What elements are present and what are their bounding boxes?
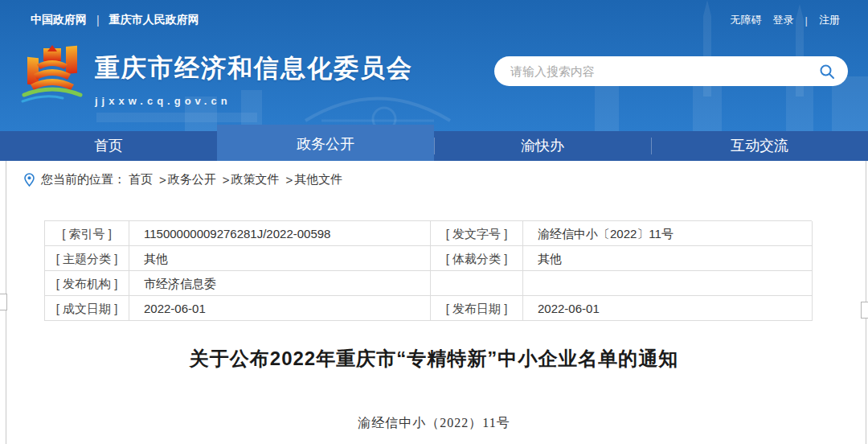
breadcrumb-separator: > [286, 173, 293, 187]
nav-tab-interaction[interactable]: 互动交流 [651, 131, 868, 161]
meta-label-doc-symbol: [ 发文字号 ] [431, 221, 523, 246]
page-content: 您当前的位置： 首页 > 政务公开 > 政策文件 > 其他文件 [ 索引号 ] … [0, 161, 868, 444]
meta-label-topic-category: [ 主题分类 ] [45, 246, 129, 271]
breadcrumb-prefix: 您当前的位置： [41, 172, 125, 187]
meta-value-genre-category: 其他 [523, 246, 813, 271]
brand-text: 重庆市经济和信息化委员会 jjxxw.cq.gov.cn [95, 45, 413, 107]
account-links: 无障碍 登录 | 注册 [731, 13, 840, 27]
meta-label-issuing-agency: [ 发布机构 ] [45, 271, 129, 296]
meta-value-publish-date: 2022-06-01 [523, 296, 813, 321]
site-brand[interactable]: 重庆市经济和信息化委员会 jjxxw.cq.gov.cn [21, 45, 413, 111]
document-meta-table: [ 索引号 ] 11500000009276281J/2022-00598 [ … [44, 220, 812, 321]
breadcrumb-separator: > [223, 173, 230, 187]
meta-label-index-number: [ 索引号 ] [45, 221, 129, 246]
search-icon[interactable] [819, 64, 835, 80]
nav-tab-yukuaiban[interactable]: 渝快办 [434, 131, 651, 161]
gov-links: 中国政府网 | 重庆市人民政府网 [31, 13, 199, 27]
search-input[interactable] [510, 64, 819, 78]
site-logo-icon [21, 45, 84, 111]
meta-value-doc-symbol: 渝经信中小〔2022〕11号 [523, 221, 813, 246]
left-edge-handle [0, 294, 7, 310]
breadcrumb-item-policy-files[interactable]: 政策文件 [231, 172, 280, 187]
nav-tab-home[interactable]: 首页 [0, 131, 217, 161]
breadcrumb-item-home[interactable]: 首页 [129, 172, 153, 187]
site-search [494, 56, 848, 86]
meta-label-publish-date: [ 发布日期 ] [431, 296, 523, 321]
accessibility-link[interactable]: 无障碍 [731, 13, 762, 27]
main-nav: 首页 政务公开 渝快办 互动交流 [0, 131, 868, 161]
breadcrumb-item-gov-disclosure[interactable]: 政务公开 [168, 172, 216, 187]
topbar-divider: | [805, 14, 808, 27]
top-link-bar: 中国政府网 | 重庆市人民政府网 无障碍 登录 | 注册 [31, 13, 840, 27]
article-title: 关于公布2022年重庆市“专精特新”中小企业名单的通知 [0, 346, 868, 372]
meta-value-issuing-agency: 市经济信息委 [129, 271, 431, 296]
right-edge-handle [861, 302, 868, 319]
login-link[interactable]: 登录 [773, 13, 794, 27]
site-title: 重庆市经济和信息化委员会 [95, 51, 413, 85]
meta-value-empty [523, 271, 813, 296]
topbar-divider: | [96, 14, 100, 27]
site-url: jjxxw.cq.gov.cn [95, 95, 413, 107]
breadcrumb-item-other-files[interactable]: 其他文件 [294, 172, 342, 187]
link-chongqing-gov[interactable]: 重庆市人民政府网 [109, 13, 199, 27]
article-doc-number: 渝经信中小（2022）11号 [0, 415, 868, 432]
meta-value-topic-category: 其他 [129, 246, 431, 271]
meta-label-empty [431, 271, 523, 296]
site-header: 中国政府网 | 重庆市人民政府网 无障碍 登录 | 注册 [0, 0, 868, 131]
breadcrumb-separator: > [159, 173, 166, 187]
nav-tab-gov-disclosure[interactable]: 政务公开 [217, 125, 434, 161]
meta-label-genre-category: [ 体裁分类 ] [431, 246, 523, 271]
breadcrumb: 您当前的位置： 首页 > 政务公开 > 政策文件 > 其他文件 [0, 161, 868, 187]
location-pin-icon [24, 173, 35, 187]
register-link[interactable]: 注册 [819, 13, 840, 27]
meta-value-written-date: 2022-06-01 [129, 296, 431, 321]
link-china-gov[interactable]: 中国政府网 [31, 13, 87, 27]
meta-label-written-date: [ 成文日期 ] [45, 296, 129, 321]
meta-value-index-number: 11500000009276281J/2022-00598 [129, 221, 431, 246]
